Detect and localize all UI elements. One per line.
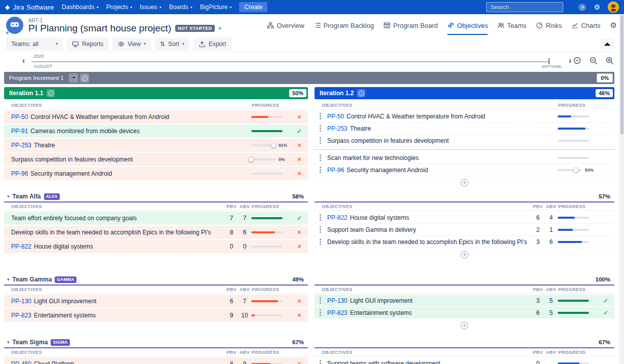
global-search[interactable] [486,2,563,12]
progress-slider[interactable] [251,144,276,146]
drag-handle-icon[interactable] [318,360,323,364]
teams-filter-dropdown[interactable]: Teams: all ▾ [6,38,63,50]
add-objective-button[interactable]: + [460,321,469,330]
reports-button[interactable]: Reports [67,38,108,50]
objective-row[interactable]: PP-96Security management Android83% [315,164,614,176]
scrollbar-thumb[interactable] [620,15,623,134]
program-increment-bar[interactable]: Program Increment 1 i 0% [4,72,614,84]
info-icon[interactable]: i [80,73,89,83]
drag-handle-icon[interactable] [318,125,323,132]
drag-handle-icon[interactable] [318,154,323,161]
drag-handle-icon[interactable] [318,214,323,221]
progress-slider[interactable] [251,158,276,160]
objective-row[interactable]: Surpass competition in features developm… [4,153,308,166]
user-avatar[interactable] [608,2,619,13]
objective-row[interactable]: PP-50Control HVAC & Weather temperature … [4,110,308,124]
issue-key-link[interactable]: PP-822 [327,214,347,221]
drag-handle-icon[interactable] [318,238,323,245]
search-input[interactable] [490,4,556,10]
drag-handle-icon[interactable] [318,297,323,304]
issue-key-link[interactable]: PP-253 [327,125,347,132]
slider-knob-icon[interactable] [573,167,579,173]
nav-menu-boards[interactable]: Boards▾ [169,4,192,11]
objective-row[interactable]: Team effort entirely focused on company … [4,212,308,225]
tab-program-backlog[interactable]: Program Backlog [314,14,374,36]
nav-menu-dashboards[interactable]: Dashboards▾ [62,4,99,11]
objective-row[interactable]: PP-822House digital systems64 [315,212,614,224]
objective-row[interactable]: PP-253Theatre [315,123,614,135]
create-button[interactable]: Create [239,2,267,12]
objective-row[interactable]: Develop skills in the team needed to acc… [315,236,614,248]
tab-teams[interactable]: Teams [497,14,526,36]
issue-key-link[interactable]: PP-823 [327,309,347,316]
nav-menu-issues[interactable]: Issues▾ [140,4,162,11]
issue-key-link[interactable]: PP-130 [11,298,31,305]
issue-key-link[interactable]: PP-50 [11,113,28,120]
objective-row[interactable]: Surpass competition in features developm… [315,135,614,147]
objective-row[interactable]: PP-822House digital systems00× [4,240,308,253]
iteration-header-iteration-1-1[interactable]: Iteration 1.1i50% [4,87,308,99]
chevron-down-icon[interactable]: ▾ [7,340,10,345]
jump-up-arrow-icon[interactable] [69,73,78,83]
title-chevron-down-icon[interactable]: ▾ [219,26,221,31]
objective-row[interactable]: PP-96Security management Android× [4,167,308,180]
objective-row[interactable]: PP-823Entertainment systems65✓ [315,307,614,319]
timeline-scroll-left-icon[interactable]: ‹ [22,57,25,65]
issue-key-link[interactable]: PP-91 [11,128,28,135]
slider-knob-icon[interactable] [249,157,254,163]
vertical-scrollbar[interactable] [619,14,624,364]
timeline-scroll-right-icon[interactable]: › [569,57,571,65]
issue-key-link[interactable]: PP-822 [11,243,31,250]
help-icon[interactable]: ? [578,4,586,11]
drag-handle-icon[interactable] [318,113,323,119]
info-icon[interactable]: i [47,89,55,97]
add-objective-button[interactable]: + [460,179,469,187]
tab-risks[interactable]: Risks [536,14,562,36]
drag-handle-icon[interactable] [318,309,323,316]
objective-row[interactable]: PP-823Entertainment systems910× [4,309,308,322]
jira-logo[interactable]: ◆ Jira Software [5,4,54,11]
collapse-panel-button[interactable] [601,38,614,50]
objective-row[interactable]: PP-130Light GUI improvement35✓ [315,295,614,307]
add-objective-button[interactable]: + [460,251,469,259]
export-button[interactable]: Export [193,38,231,50]
objective-row[interactable]: Scan market for new technologies [315,152,614,164]
objective-row[interactable]: PP-91Cameras monitored from mobile devic… [4,125,308,138]
chevron-down-icon[interactable]: ▾ [7,277,10,282]
tab-program-board[interactable]: Program Board [383,14,438,36]
tab-overview[interactable]: Overview [267,14,304,36]
issue-key-link[interactable]: PP-96 [11,170,28,177]
objective-row[interactable]: PP-450Cloud Platform89× [4,357,308,364]
iteration-header-iteration-1-2[interactable]: Iteration 1.2i46% [315,87,614,99]
objective-row[interactable]: PP-130Light GUI improvement67× [4,295,308,308]
issue-key-link[interactable]: PP-823 [11,312,31,319]
drag-handle-icon[interactable] [318,137,323,144]
drag-handle-icon[interactable] [318,226,323,233]
issue-key-link[interactable]: PP-450 [11,360,31,364]
admin-gear-icon[interactable]: ⚙ [594,4,600,11]
objective-row[interactable]: Develop skills in the team needed to acc… [4,226,308,239]
chevron-down-icon[interactable]: ▾ [7,194,10,199]
view-button[interactable]: View▾ [112,38,151,50]
issue-key-link[interactable]: PP-253 [11,142,31,149]
nav-menu-bigpicture[interactable]: BigPicture▾ [200,4,232,11]
issue-key-link[interactable]: PP-50 [327,113,344,120]
issue-key-link[interactable]: PP-96 [327,167,344,174]
nav-menu-projects[interactable]: Projects▾ [106,4,132,11]
objective-row[interactable]: Support teams with software development0 [315,357,614,364]
objective-row[interactable]: PP-50Control HVAC & Weather temperature … [315,110,614,123]
slider-knob-icon[interactable] [270,143,276,148]
zoom-in-icon[interactable] [605,56,614,65]
tab-objectives[interactable]: Objectives [447,14,488,36]
board-settings-gear-icon[interactable]: ⚙ [610,21,617,30]
info-icon[interactable]: i [357,89,365,97]
drag-handle-icon[interactable] [318,167,323,173]
zoom-out-icon[interactable] [589,56,598,65]
issue-key-link[interactable]: PP-130 [327,297,347,304]
tab-charts[interactable]: Charts [571,14,600,36]
locate-target-icon[interactable] [573,56,581,65]
sort-button[interactable]: ⇅Sort▾ [155,38,189,50]
progress-slider[interactable] [558,169,582,171]
objective-row[interactable]: PP-253Theatre91%× [4,139,308,152]
objective-row[interactable]: Support team Gamma in delivery21 [315,224,614,236]
